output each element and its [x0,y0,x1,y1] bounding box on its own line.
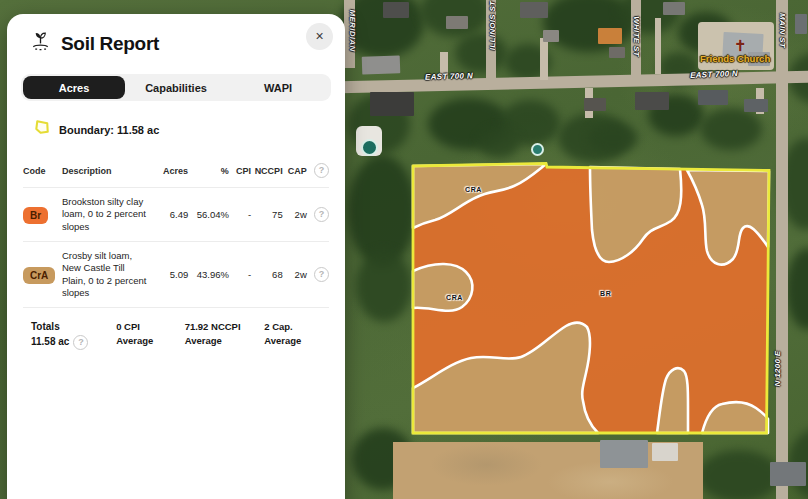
soil-acres: 6.49 [155,209,188,220]
close-icon[interactable]: × [306,23,333,50]
poi-label-friends-church: Friends Church [700,53,770,64]
soil-nccpi: 68 [251,269,282,280]
soil-description: Crosby silt loam, New Castle Till Plain,… [62,250,155,299]
col-header-cap: CAP [283,166,307,176]
boundary-polygon-icon [33,118,52,141]
soil-zone-cra-leftoval [413,264,472,311]
totals-cpi-average: 0 CPI Average [116,320,184,350]
street-label-meridian: MERIDIAN [348,10,357,52]
col-header-description: Description [62,166,155,176]
street-label-east-700-n-west: EAST 700 N [425,71,473,81]
row-help-icon[interactable]: ? [314,207,329,222]
street-label-illinois-st: ILLINOIS ST [488,1,497,51]
panel-title: Soil Report [61,33,159,55]
totals-acres: 11.58 ac [31,335,69,350]
tab-acres[interactable]: Acres [23,76,125,99]
app-screen: CRA CRA BR EAST 700 N EAST 700 N ILLINOI… [0,0,808,499]
tab-wapi[interactable]: WAPI [227,76,329,99]
soil-table: Code Description Acres % CPI NCCPI CAP ?… [7,157,345,307]
soil-code-badge-br: Br [23,207,48,224]
totals-nccpi-average: 71.92 NCCPI Average [185,320,265,350]
soil-acres: 5.09 [155,269,188,280]
soil-report-icon [29,30,52,57]
panel-header: Soil Report × [7,14,345,57]
col-header-code: Code [23,166,62,176]
soil-report-panel: Soil Report × Acres Capabilities WAPI Bo… [7,14,345,499]
soil-code-badge-cra: CrA [23,267,55,284]
table-header-row: Code Description Acres % CPI NCCPI CAP ? [23,157,329,187]
col-header-acres: Acres [155,166,188,176]
soil-percent: 56.04% [188,209,229,220]
boundary-summary: Boundary: 11.58 ac [33,118,345,141]
tab-bar: Acres Capabilities WAPI [21,74,331,101]
col-header-nccpi: NCCPI [251,166,283,176]
table-row-br[interactable]: Br Brookston silty clay loam, 0 to 2 per… [23,187,329,241]
street-label-n-1200-e: N 1200 E [773,351,782,387]
soil-description: Brookston silty clay loam, 0 to 2 percen… [62,196,155,233]
soil-nccpi: 75 [251,209,282,220]
boundary-label: Boundary: 11.58 ac [59,124,159,136]
soil-cpi: - [229,209,251,220]
soil-cap: 2w [283,269,307,280]
totals-help-icon[interactable]: ? [73,335,88,350]
zone-label-cra-1: CRA [465,186,482,193]
soil-cap: 2w [283,209,307,220]
row-help-icon[interactable]: ? [314,267,329,282]
street-label-main-st: MAIN ST [778,13,787,48]
col-header-percent: % [188,166,229,176]
zone-label-br: BR [600,290,611,297]
totals-label: Totals [31,320,116,335]
table-row-cra[interactable]: CrA Crosby silt loam, New Castle Till Pl… [23,241,329,307]
totals-row: Totals 11.58 ac ? 0 CPI Average 71.92 NC… [23,307,329,364]
street-label-white-st: WHITE ST [632,16,641,57]
col-header-cpi: CPI [229,166,251,176]
soil-cpi: - [229,269,251,280]
header-help-icon[interactable]: ? [314,163,329,178]
tab-capabilities[interactable]: Capabilities [125,76,227,99]
soil-percent: 43.96% [188,269,229,280]
totals-cap-average: 2 Cap. Average [264,320,329,350]
zone-label-cra-2: CRA [446,294,463,301]
